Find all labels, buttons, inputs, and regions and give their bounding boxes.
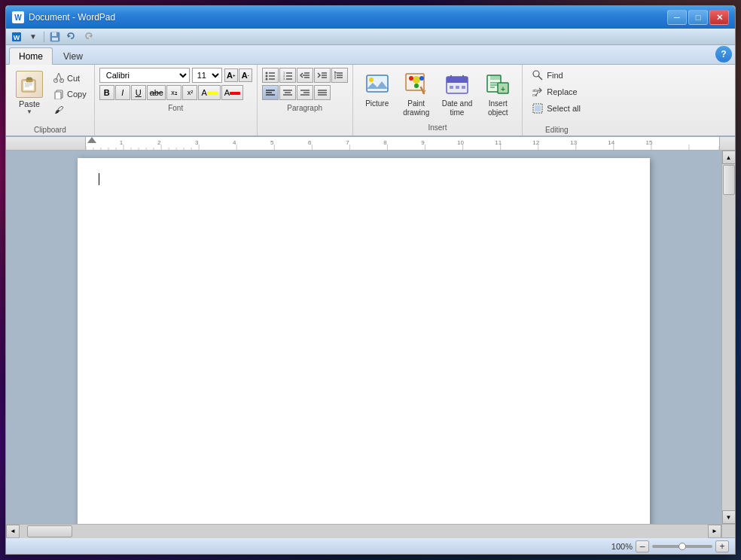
scroll-down-button[interactable]: ▼ xyxy=(722,510,736,524)
insert-group: Picture Paintdrawin xyxy=(353,65,523,135)
svg-text:7: 7 xyxy=(346,139,349,146)
tab-view[interactable]: View xyxy=(53,47,93,64)
ribbon: Paste ▼ Cut xyxy=(6,65,735,137)
paste-icon xyxy=(16,71,43,98)
find-label: Find xyxy=(547,71,563,80)
date-time-button[interactable]: Date andtime xyxy=(438,68,477,120)
svg-point-55 xyxy=(409,76,413,81)
font-group: Calibri 11 A+ A- B I U abc x₂ x² xyxy=(95,65,258,135)
hscroll-thumb[interactable] xyxy=(27,525,72,537)
cut-button[interactable]: Cut xyxy=(50,71,90,86)
select-all-label: Select all xyxy=(547,104,581,113)
hscroll-right-button[interactable]: ► xyxy=(708,525,721,538)
align-right-button[interactable] xyxy=(297,85,313,100)
close-button[interactable]: ✕ xyxy=(709,10,729,25)
justify-button[interactable] xyxy=(314,85,331,100)
scroll-track[interactable] xyxy=(722,164,736,510)
scroll-thumb[interactable] xyxy=(723,165,735,195)
qa-dropdown-button[interactable]: ▼ xyxy=(26,30,41,44)
align-left-button[interactable] xyxy=(262,85,279,100)
hscroll-track[interactable] xyxy=(20,525,708,538)
format-painter-button[interactable]: 🖌 xyxy=(50,102,90,117)
help-button[interactable]: ? xyxy=(715,46,732,62)
paragraph-top-row: 1.2.3. xyxy=(262,68,348,83)
line-spacing-button[interactable] xyxy=(331,68,348,83)
svg-rect-51 xyxy=(367,75,388,92)
picture-button[interactable]: Picture xyxy=(359,68,395,111)
document-scroll-area[interactable] xyxy=(6,151,721,524)
replace-icon: abcd xyxy=(532,86,544,98)
paste-button[interactable]: Paste ▼ xyxy=(11,68,48,117)
strikethrough-button[interactable]: abc xyxy=(147,85,166,100)
italic-button[interactable]: I xyxy=(115,85,130,100)
svg-text:6: 6 xyxy=(308,139,312,146)
document-page[interactable] xyxy=(78,158,650,524)
font-size-select[interactable]: 11 xyxy=(192,68,222,83)
svg-text:3: 3 xyxy=(195,139,199,146)
paste-dropdown-arrow[interactable]: ▼ xyxy=(26,108,32,115)
svg-text:+: + xyxy=(501,85,505,93)
zoom-out-button[interactable]: – xyxy=(636,540,649,552)
scroll-up-button[interactable]: ▲ xyxy=(722,151,736,164)
insert-label: Insert xyxy=(428,123,447,132)
svg-rect-6 xyxy=(23,81,34,90)
editing-label: Editing xyxy=(529,126,584,134)
svg-text:3.: 3. xyxy=(283,77,285,81)
qa-undo-button[interactable] xyxy=(64,30,79,44)
svg-rect-64 xyxy=(456,86,459,89)
find-button[interactable]: Find xyxy=(529,68,584,83)
highlight-swatch xyxy=(207,92,218,95)
font-grow-button[interactable]: A+ xyxy=(224,68,238,82)
paragraph-group: 1.2.3. xyxy=(258,65,353,135)
increase-indent-button[interactable] xyxy=(314,68,331,83)
paste-label: Paste xyxy=(19,99,40,108)
select-all-button[interactable]: Select all xyxy=(529,101,584,116)
app-icon: W xyxy=(12,11,24,23)
zoom-slider-thumb[interactable] xyxy=(678,543,686,550)
zoom-slider[interactable] xyxy=(652,545,712,548)
qa-save-button[interactable] xyxy=(47,30,63,44)
calendar-icon xyxy=(444,71,471,98)
svg-text:14: 14 xyxy=(608,139,614,146)
underline-button[interactable]: U xyxy=(131,85,146,100)
copy-button[interactable]: Copy xyxy=(50,87,90,102)
tab-home[interactable]: Home xyxy=(9,47,53,65)
font-shrink-button[interactable]: A- xyxy=(239,68,252,82)
title-bar-left: W Document - WordPad xyxy=(12,11,115,23)
svg-text:12: 12 xyxy=(532,139,539,146)
main-window: W Document - WordPad ─ □ ✕ W ▼ Home View… xyxy=(5,5,736,555)
hscroll-left-button[interactable]: ◄ xyxy=(6,525,20,538)
align-center-button[interactable] xyxy=(279,85,296,100)
paint-drawing-button[interactable]: Paintdrawing xyxy=(398,68,435,120)
highlight-color-button[interactable]: A xyxy=(198,85,220,100)
maximize-button[interactable]: □ xyxy=(688,10,708,25)
vertical-scrollbar[interactable]: ▲ ▼ xyxy=(721,151,735,524)
clipboard-label: Clipboard xyxy=(34,126,66,134)
svg-point-18 xyxy=(265,72,267,75)
replace-button[interactable]: abcd Replace xyxy=(529,84,584,99)
qa-wordpad-button[interactable]: W xyxy=(9,30,24,44)
numbering-button[interactable]: 1.2.3. xyxy=(279,68,296,83)
zoom-in-button[interactable]: + xyxy=(715,540,729,552)
bold-button[interactable]: B xyxy=(99,85,114,100)
font-family-select[interactable]: Calibri xyxy=(99,68,190,83)
superscript-button[interactable]: x² xyxy=(182,85,197,100)
format-painter-icon: 🖌 xyxy=(53,104,65,116)
decrease-indent-button[interactable] xyxy=(297,68,313,83)
status-bar: 100% – + xyxy=(6,537,735,554)
clipboard-content: Paste ▼ Cut xyxy=(11,68,90,124)
insert-object-button[interactable]: + Insertobject xyxy=(480,68,516,120)
select-all-icon xyxy=(532,102,544,114)
insert-object-label: Insertobject xyxy=(488,99,508,117)
cut-icon xyxy=(53,72,65,84)
minimize-button[interactable]: ─ xyxy=(667,10,687,25)
bullets-button[interactable] xyxy=(262,68,279,83)
svg-point-73 xyxy=(533,71,539,77)
subscript-button[interactable]: x₂ xyxy=(166,85,181,100)
text-cursor xyxy=(99,173,99,185)
horizontal-scrollbar[interactable]: ◄ ► xyxy=(6,524,735,537)
text-color-button[interactable]: A xyxy=(221,85,243,100)
window-title: Document - WordPad xyxy=(29,12,115,23)
ruler: 1 2 3 4 5 6 7 8 9 10 11 12 13 14 15 xyxy=(6,137,735,151)
qa-redo-button[interactable] xyxy=(81,30,96,44)
